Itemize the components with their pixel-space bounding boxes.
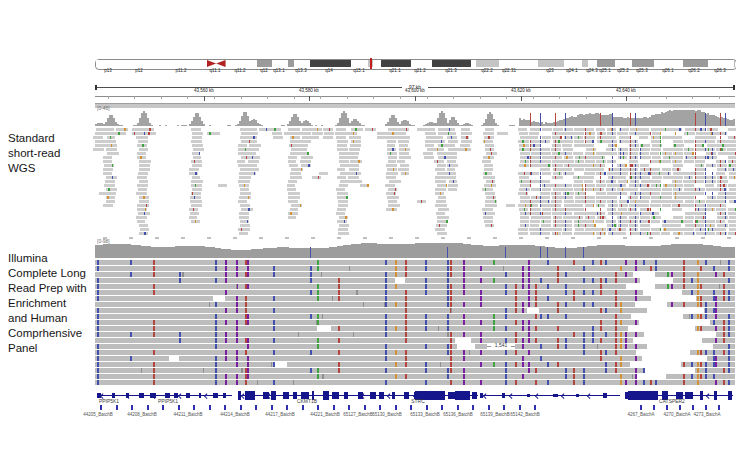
probe-tick (488, 405, 490, 410)
read (132, 128, 144, 131)
panel-probe-track[interactable]: 44205_BatchB44208_BatchB44211_BatchB4421… (95, 404, 735, 417)
snp-tick (535, 302, 537, 307)
read (136, 216, 147, 219)
snp-tick (97, 308, 99, 313)
probe-tick (317, 405, 319, 410)
snp-tick (215, 338, 217, 343)
read (540, 168, 550, 171)
minor-tick (108, 96, 109, 99)
exon (379, 392, 384, 398)
snp-tick (215, 266, 217, 271)
snp-tick (640, 184, 641, 187)
coverage-bar (261, 125, 263, 126)
snp-tick (555, 200, 556, 203)
snp-tick (405, 172, 406, 175)
read (705, 184, 714, 187)
read (287, 188, 296, 191)
read (484, 164, 493, 167)
snp-tick (700, 362, 702, 367)
long-read-coverage-track[interactable] (95, 243, 735, 258)
read (684, 228, 695, 231)
snp-tick (317, 368, 319, 373)
snp-tick (625, 164, 626, 167)
snp-tick (691, 278, 693, 283)
snp-tick (643, 260, 645, 265)
short-read-alignment-track[interactable] (95, 128, 735, 236)
snp-tick (540, 228, 541, 231)
snp-tick (620, 302, 622, 307)
insertion-tick (625, 344, 627, 349)
read (192, 136, 202, 139)
snp-tick (565, 344, 567, 349)
snp-tick (620, 152, 621, 155)
snp-tick (390, 152, 391, 155)
insertion-tick (528, 326, 530, 331)
long-read (702, 338, 735, 343)
snp-tick (579, 156, 580, 159)
snp-tick (555, 164, 556, 167)
snp-tick (593, 232, 594, 235)
snp-tick (650, 192, 651, 195)
snp-tick (215, 320, 217, 325)
read (397, 160, 405, 163)
insertion-tick (715, 302, 717, 307)
insertion-tick (463, 356, 465, 361)
read (107, 192, 116, 195)
snp-tick (605, 368, 607, 373)
minor-tick (639, 96, 640, 99)
read (483, 172, 492, 175)
cytoband-label: q26.3 (711, 68, 729, 73)
read (685, 128, 695, 131)
long-read-alignment-track[interactable]: 1,541 (95, 260, 735, 387)
snp-tick (530, 204, 531, 207)
snp-tick (728, 362, 730, 367)
short-read-coverage-track[interactable] (95, 110, 735, 126)
snp-tick (540, 196, 541, 199)
read (530, 140, 540, 143)
snp-tick (425, 290, 427, 295)
long-read (95, 314, 631, 319)
snp-tick (600, 278, 602, 283)
snp-tick (395, 188, 396, 191)
read (437, 152, 446, 155)
snp-tick (578, 176, 579, 179)
snp-tick (425, 260, 427, 265)
read (389, 180, 401, 183)
cytoband-label: q11.2 (231, 68, 249, 73)
snp-tick (124, 128, 125, 131)
exon (139, 393, 144, 397)
read (672, 208, 682, 211)
read (651, 200, 662, 203)
read (575, 200, 584, 203)
snp-tick (199, 152, 200, 155)
snp-tick (395, 266, 397, 271)
insertion-tick (225, 332, 227, 337)
snp-tick (405, 272, 407, 277)
read (106, 188, 117, 191)
snp-tick (612, 212, 613, 215)
snp-tick (488, 156, 489, 159)
insertion-tick (635, 296, 637, 301)
probe-tick (271, 405, 273, 410)
cytoband (310, 60, 352, 67)
read (399, 152, 409, 155)
read (717, 180, 727, 183)
gene-annotation-track[interactable]: PPIP5K1PPIP5K1CKMT1BSTRCCATSPER2 (95, 388, 735, 403)
read (595, 220, 604, 223)
snp-tick (425, 278, 427, 283)
snp-tick (695, 140, 696, 143)
coverage-bar (165, 125, 167, 126)
snp-tick (358, 160, 359, 163)
snp-tick (725, 196, 726, 199)
snp-tick (712, 148, 713, 151)
snp-tick (583, 368, 585, 373)
read (662, 168, 672, 171)
snp-tick (310, 272, 312, 277)
snp-tick (635, 140, 636, 143)
coverage-snp (540, 113, 541, 126)
snp-tick (720, 188, 721, 191)
snp-tick (447, 266, 449, 271)
coverage-bar (733, 247, 735, 258)
snp-tick (179, 338, 181, 343)
genome-browser-panel[interactable]: p13p12p11.2q11.1q11.2q12q13.1q13.3q14q15… (95, 55, 735, 421)
